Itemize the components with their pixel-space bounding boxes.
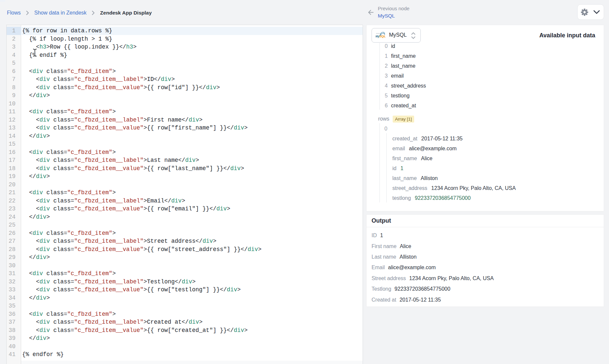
svg-text:SQL: SQL — [379, 34, 386, 38]
